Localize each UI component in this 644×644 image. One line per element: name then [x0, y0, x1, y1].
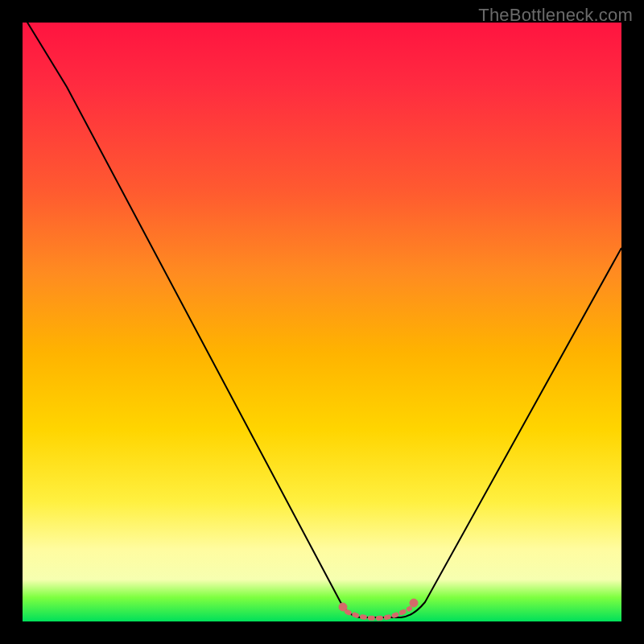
valley-marker [339, 599, 418, 618]
watermark-text: TheBottleneck.com [478, 5, 633, 26]
svg-point-1 [410, 599, 418, 607]
chart-frame: TheBottleneck.com [0, 0, 644, 644]
curve-path [23, 14, 621, 617]
bottleneck-curve [23, 23, 621, 621]
plot-area [23, 23, 621, 621]
